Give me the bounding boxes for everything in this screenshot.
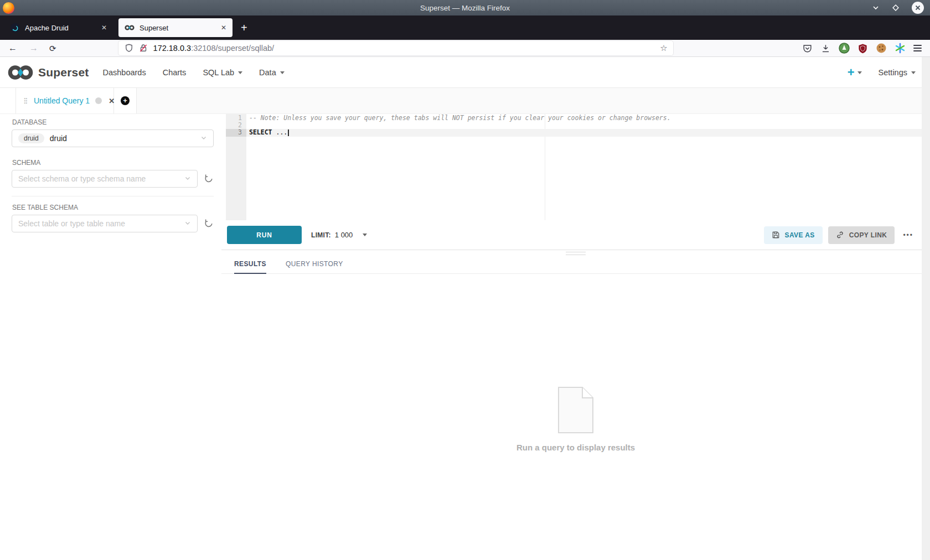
shield-icon[interactable]	[124, 43, 134, 53]
back-icon[interactable]: ←	[8, 44, 17, 53]
nav-label: Data	[259, 68, 276, 77]
minimize-icon[interactable]	[872, 4, 880, 12]
more-options-icon[interactable]: •••	[903, 231, 913, 239]
caret-down-icon	[363, 234, 367, 236]
line-number: 3	[226, 129, 246, 136]
query-status-dot	[95, 97, 102, 104]
copy-link-button[interactable]: COPY LINK	[828, 226, 895, 244]
nav-item-dashboards[interactable]: Dashboards	[94, 68, 154, 77]
asterisk-extension-icon[interactable]	[895, 43, 906, 54]
query-tab-untitled-1[interactable]: ⋮ Untitled Query 1 ✕	[16, 88, 114, 113]
superset-tab-icon	[125, 24, 135, 31]
superset-infinity-icon	[8, 64, 33, 81]
forward-icon[interactable]: →	[29, 44, 38, 53]
nav-menu: Dashboards Charts SQL Lab Data	[94, 68, 292, 77]
table-placeholder: Select table or type table name	[18, 219, 125, 228]
text-cursor	[288, 129, 289, 136]
reload-icon[interactable]: ⟳	[49, 44, 56, 53]
save-as-button[interactable]: SAVE AS	[764, 226, 823, 244]
settings-menu[interactable]: Settings	[879, 68, 916, 77]
nav-right: + Settings	[848, 66, 930, 79]
tab-results[interactable]: RESULTS	[234, 260, 266, 274]
table-select[interactable]: Select table or type table name	[12, 215, 198, 232]
plus-icon: +	[848, 66, 855, 79]
new-item-button[interactable]: +	[848, 66, 862, 79]
browser-tab-superset[interactable]: Superset ✕	[118, 18, 232, 37]
window-title: Superset — Mozilla Firefox	[0, 4, 930, 12]
sql-code-rest: ...	[272, 128, 288, 136]
druid-tab-icon	[11, 23, 20, 33]
new-tab-icon[interactable]: +	[241, 22, 247, 34]
insecure-lock-icon[interactable]	[138, 43, 148, 53]
resize-handle-icon[interactable]	[566, 252, 586, 255]
nav-item-data[interactable]: Data	[251, 68, 293, 77]
schema-select[interactable]: Select schema or type schema name	[12, 170, 198, 188]
editor-line: 1 -- Note: Unless you save your query, t…	[221, 115, 930, 122]
maximize-icon[interactable]	[891, 3, 900, 12]
empty-state-text: Run a query to display results	[516, 443, 635, 452]
nav-item-sql-lab[interactable]: SQL Lab	[194, 68, 251, 77]
url-host: 172.18.0.3	[153, 44, 192, 53]
download-icon[interactable]	[820, 43, 831, 54]
save-as-label: SAVE AS	[785, 231, 815, 239]
browser-toolbar: ← → ⟳ 172.18.0.3:32108/superset/sqllab/ …	[0, 40, 930, 57]
brand-name: Superset	[38, 66, 89, 79]
toolbar-extensions	[802, 43, 930, 54]
limit-dropdown[interactable]: LIMIT: 1 000	[311, 231, 367, 239]
query-tab-bar: ⋮ Untitled Query 1 ✕ +	[0, 88, 930, 114]
browser-tab-apache-druid[interactable]: Apache Druid ✕	[4, 18, 113, 37]
bookmark-star-icon[interactable]: ☆	[660, 43, 667, 53]
page-scrollbar[interactable]	[922, 57, 930, 560]
table-schema-label: SEE TABLE SCHEMA	[12, 204, 214, 211]
run-button[interactable]: RUN	[227, 226, 302, 244]
caret-down-icon	[911, 71, 916, 74]
nav-label: SQL Lab	[203, 68, 234, 77]
chevron-down-icon	[184, 174, 191, 184]
tab-title: Apache Druid	[25, 24, 96, 32]
tab-title: Superset	[140, 24, 216, 32]
pocket-icon[interactable]	[802, 43, 813, 54]
tab-query-history[interactable]: QUERY HISTORY	[286, 260, 343, 273]
sqllab-sidebar: DATABASE druid druid SCHEMA Select schem…	[0, 114, 221, 560]
sqllab-main: DATABASE druid druid SCHEMA Select schem…	[0, 114, 930, 560]
privacy-badger-icon[interactable]	[839, 43, 850, 54]
nav-label: Dashboards	[102, 68, 146, 77]
results-panel: RESULTS QUERY HISTORY Run a query to dis…	[221, 250, 930, 560]
menu-icon[interactable]	[913, 45, 922, 51]
superset-logo[interactable]: Superset	[8, 64, 89, 81]
url-bar[interactable]: 172.18.0.3:32108/superset/sqllab/ ☆	[118, 41, 673, 55]
schema-placeholder: Select schema or type schema name	[18, 174, 146, 183]
cookie-extension-icon[interactable]	[876, 43, 887, 54]
line-number: 1	[226, 115, 246, 122]
chevron-down-icon	[200, 133, 207, 143]
nav-item-charts[interactable]: Charts	[154, 68, 195, 77]
close-icon[interactable]: ✕	[221, 24, 226, 32]
limit-label: LIMIT:	[311, 231, 331, 239]
editor-line: 2	[221, 122, 930, 129]
copy-link-label: COPY LINK	[849, 231, 887, 239]
query-tab-bar-filler	[137, 88, 930, 113]
close-icon[interactable]: ✕	[101, 24, 107, 32]
ublock-icon[interactable]	[857, 43, 868, 54]
sql-keyword: SELECT	[249, 128, 272, 136]
caret-down-icon	[280, 71, 285, 74]
drag-handle-icon[interactable]: ⋮	[22, 97, 28, 105]
empty-doc-icon	[558, 387, 593, 433]
editor-line-active: 3 SELECT ...	[221, 129, 930, 136]
database-select[interactable]: druid druid	[12, 129, 214, 147]
empty-state: Run a query to display results	[221, 387, 930, 452]
chevron-down-icon	[184, 219, 191, 229]
superset-navbar: Superset Dashboards Charts SQL Lab Data …	[0, 57, 930, 88]
url-text[interactable]: 172.18.0.3:32108/superset/sqllab/	[153, 44, 274, 53]
add-query-tab-button[interactable]: +	[114, 88, 137, 113]
refresh-table-icon[interactable]	[204, 219, 214, 229]
query-tab-title: Untitled Query 1	[34, 96, 90, 105]
window-titlebar: Superset — Mozilla Firefox	[0, 0, 930, 15]
sql-editor[interactable]: 1 -- Note: Unless you save your query, t…	[221, 114, 930, 220]
editor-pane: 1 -- Note: Unless you save your query, t…	[221, 114, 930, 560]
refresh-schema-icon[interactable]	[204, 174, 214, 184]
window-close-icon[interactable]	[912, 2, 924, 14]
add-tab-icon: +	[121, 96, 130, 105]
save-icon	[772, 231, 780, 239]
caret-down-icon	[857, 71, 862, 74]
